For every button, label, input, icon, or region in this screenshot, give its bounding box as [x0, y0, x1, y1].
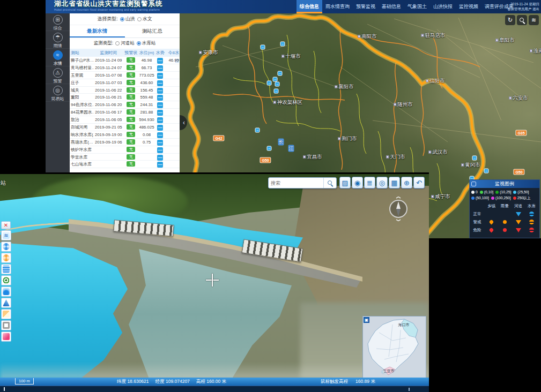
cell-station: 黄马槽村量… — [70, 64, 94, 71]
table-row[interactable]: 郧城河闸2019-09-21 05无486.025— — [70, 124, 180, 131]
col-header-1[interactable]: 监测时间 — [94, 49, 123, 57]
col-header-5[interactable]: 今8水位 — [165, 49, 180, 57]
table-row[interactable]: 重阳2019-11-06 21无559.48— — [70, 94, 180, 101]
legend-cell — [485, 210, 498, 218]
table-row[interactable]: 庄子2019-11-07 03无436.60— — [70, 79, 180, 87]
table-row[interactable]: 狮子山P水…2019-11-24 09无46.98—46.99 — [70, 57, 180, 64]
city-marker-icon — [428, 151, 431, 154]
city-name: 襄阳市 — [338, 84, 354, 91]
typhoon-tool[interactable] — [1, 253, 11, 263]
col-header-3[interactable]: 水位(m) — [138, 49, 154, 57]
water-station-marker[interactable]: ~ — [278, 71, 283, 76]
layers-button[interactable]: ≋ — [529, 15, 539, 25]
nav-item-5[interactable]: 山洪快报 — [430, 0, 456, 13]
close-viewer-button[interactable]: ✕ — [1, 221, 11, 229]
sidebar-item-3[interactable]: ⚠预警 — [46, 66, 70, 84]
table-row[interactable]: 黄马槽村量…2019-11-24 07无66.73— — [70, 64, 180, 72]
thematic-map-tool[interactable] — [1, 331, 11, 342]
image-tool[interactable]: ▦ — [389, 177, 400, 189]
col-header-4[interactable]: 水势 — [155, 49, 166, 57]
overview-minimap[interactable]: ▣ 海口市三亚市 ✳ — [362, 316, 426, 378]
timeline-bar[interactable] — [0, 386, 429, 392]
legend-icon — [471, 182, 476, 186]
cell-station: 铁炉坪水库 — [70, 146, 94, 153]
monitor-filter-option-1[interactable]: 水库站 — [137, 40, 156, 47]
camera-tool[interactable]: ◉ — [352, 177, 363, 189]
tab-1[interactable]: 测站汇总 — [125, 25, 180, 37]
city-marker-icon — [461, 164, 464, 167]
undo-tool[interactable]: ↶ — [413, 177, 425, 189]
nav-item-4[interactable]: 气象国土 — [404, 0, 430, 13]
nav-item-3[interactable]: 基础信息 — [379, 0, 404, 13]
water-station-marker[interactable]: ~ — [484, 169, 489, 174]
water-station-marker[interactable]: ~ — [280, 42, 285, 47]
mouse-elevation-readout: 鼠标触发高程 160.89 米 — [321, 378, 375, 386]
radar-tool[interactable] — [1, 275, 11, 285]
nav-item-1[interactable]: 雨水情查询 — [322, 0, 353, 13]
col-header-2[interactable]: 预警状态 — [123, 49, 138, 57]
cell-today8 — [165, 87, 180, 94]
viewer-statusbar: 100 m 纬度 18.630621 经度 109.074207 高程 160.… — [0, 378, 429, 386]
type-filter-option-0[interactable]: 山洪 — [120, 16, 135, 22]
eye-tool[interactable]: ◎ — [376, 177, 388, 189]
scene-search — [268, 177, 337, 189]
table-row[interactable]: 94色潭水位…2019-11-06 20无244.31— — [70, 101, 180, 109]
whirlpool-tool[interactable] — [1, 242, 11, 252]
road-badge: G42 — [213, 135, 224, 141]
water-station-marker[interactable]: ~ — [267, 81, 272, 86]
table-row[interactable]: 城关2019-11-06 22无156.45— — [70, 87, 180, 94]
timeline-cursor[interactable] — [4, 387, 5, 391]
nav-item-0[interactable]: 综合信息 — [297, 0, 322, 13]
frame-tool[interactable] — [1, 320, 11, 330]
splash-tool[interactable] — [1, 287, 11, 297]
list-tool[interactable]: ≣ — [364, 177, 375, 189]
search-input[interactable] — [269, 178, 323, 188]
type-filter-option-1[interactable]: 水文 — [137, 16, 152, 22]
refresh-button[interactable]: ↻ — [505, 15, 515, 25]
trend-steady-icon: — — [157, 88, 163, 94]
legend-grid: 乡镇雨量河道水库正常警戒危险 — [470, 202, 539, 234]
datebox: 2019-11-24 星期日 省级管理员用户 退出 — [507, 2, 539, 11]
sediment-tool[interactable] — [1, 309, 11, 319]
water-station-marker[interactable]: ~ — [267, 146, 272, 151]
water-station-marker[interactable]: ~ — [261, 45, 265, 50]
cell-status: 无 — [123, 109, 138, 116]
sidebar-item-1[interactable]: ☂雨情 — [46, 31, 70, 49]
water-station-marker[interactable]: ~ — [273, 77, 278, 82]
flood-wave-tool[interactable]: ≋ — [1, 230, 11, 240]
city-name: 咸宁市 — [435, 193, 450, 200]
scene-3d[interactable]: 站 ▨◉≣◎▦⊕↶ ✕≋ ▣ — [0, 174, 429, 378]
water-station-marker[interactable]: ~ — [472, 156, 477, 161]
sidebar-item-4[interactable]: ◎简易站 — [46, 84, 70, 102]
nav-item-2[interactable]: 预警监视 — [353, 0, 379, 13]
cell-station: 燕塘水库(… — [70, 139, 94, 146]
table-row[interactable]: 七山垴水库无— — [70, 161, 180, 168]
water-grid-tool[interactable] — [1, 264, 11, 274]
table-row[interactable]: 铁炉坪水库无— — [70, 146, 180, 154]
monitor-filter-option-0[interactable]: 河道站 — [115, 40, 135, 47]
sidebar-item-0[interactable]: ⊞综合 — [46, 13, 70, 31]
brand: 湖北省省级山洪灾害监测预警系统 Hubei provincial mountai… — [54, 1, 163, 13]
draw-chart-tool[interactable]: ▨ — [339, 177, 351, 189]
compass[interactable] — [388, 197, 409, 221]
table-row[interactable]: 响水潭水库(…2019-09-19 00无0.08— — [70, 131, 180, 139]
table-row[interactable]: 玉皇观2019-11-07 08无773.025— — [70, 72, 180, 79]
table-row[interactable]: 84花果园水…2019-11-06 17无281.88— — [70, 109, 180, 116]
col-header-0[interactable]: 测站 — [70, 49, 94, 57]
table-row[interactable]: 敖治2019-11-06 05无594.930— — [70, 116, 180, 124]
zoom-button[interactable] — [517, 15, 527, 25]
minimap-toggle-button[interactable]: ▣ — [364, 317, 369, 323]
cell-time: 2019-11-06 17 — [94, 109, 123, 116]
table-row[interactable]: 学堂水库无— — [70, 154, 180, 161]
search-button[interactable] — [323, 178, 336, 188]
sidebar-item-2[interactable]: ≈水情 — [46, 49, 70, 66]
globe-tool[interactable]: ⊕ — [401, 177, 412, 189]
user-text[interactable]: 省级管理员用户 退出 — [507, 6, 539, 11]
nav-item-6[interactable]: 监控视频 — [456, 0, 481, 13]
water-station-marker[interactable]: ~ — [255, 128, 260, 133]
tab-0[interactable]: 最新水情 — [70, 25, 125, 37]
water-station-marker[interactable]: ~ — [274, 89, 279, 94]
water-station-marker[interactable]: ~ — [275, 82, 280, 87]
inundation-tool[interactable] — [1, 298, 11, 308]
table-row[interactable]: 燕塘水库(…2019-09-19 06无0.75— — [70, 139, 180, 146]
